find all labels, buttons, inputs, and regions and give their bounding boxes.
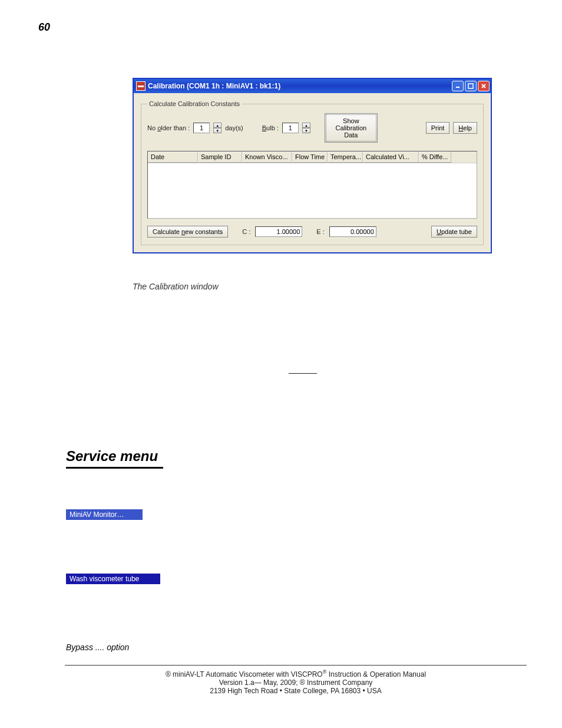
no-older-input[interactable] xyxy=(193,123,210,133)
column-header[interactable]: % Diffe... xyxy=(419,151,451,163)
no-older-spinner[interactable]: ▲ ▼ xyxy=(213,123,222,133)
no-older-label: No older than : xyxy=(147,124,190,131)
e-label: E : xyxy=(316,228,324,235)
help-button[interactable]: Help xyxy=(453,122,477,134)
spin-down-icon[interactable]: ▼ xyxy=(213,128,222,133)
close-button[interactable] xyxy=(478,81,490,91)
column-header[interactable]: Known Visco... xyxy=(242,151,292,163)
e-value-input[interactable] xyxy=(329,226,376,237)
column-header[interactable]: Date xyxy=(148,151,198,163)
maximize-button[interactable] xyxy=(465,81,477,91)
c-label: C : xyxy=(242,228,250,235)
print-button[interactable]: Print xyxy=(426,122,450,134)
bulb-spinner[interactable]: ▲ ▼ xyxy=(302,123,310,133)
column-header[interactable]: Sample ID xyxy=(198,151,242,163)
svg-rect-1 xyxy=(468,84,473,88)
page-footer: ® miniAV-LT Automatic Viscometer with VI… xyxy=(65,665,527,695)
bulb-input[interactable] xyxy=(282,123,299,133)
footer-line-2: Version 1.a— May, 2009; ® Instrument Com… xyxy=(65,678,527,687)
app-icon xyxy=(136,81,146,91)
show-calibration-data-button[interactable]: Show Calibration Data xyxy=(325,113,378,143)
menu-item-wash-viscometer[interactable]: Wash viscometer tube xyxy=(66,574,160,584)
bypass-option-label: Bypass .... option xyxy=(66,643,129,652)
column-header[interactable]: Tempera... xyxy=(328,151,363,163)
calc-constants-group: Calculate Calibration Constants No older… xyxy=(141,100,484,245)
bulb-label: Bulb : xyxy=(262,124,279,131)
window-title: Calibration (COM1 1h : MiniAV1 : bk1:1) xyxy=(148,82,280,90)
spin-down-icon[interactable]: ▼ xyxy=(302,128,310,133)
footer-line-1: ® miniAV-LT Automatic Viscometer with VI… xyxy=(65,669,527,678)
calibration-dialog: Calibration (COM1 1h : MiniAV1 : bk1:1) … xyxy=(133,78,492,253)
page-number: 60 xyxy=(38,21,50,34)
column-header[interactable]: Flow Time xyxy=(292,151,328,163)
column-header[interactable]: Calculated Vi... xyxy=(363,151,419,163)
update-tube-button[interactable]: Update tube xyxy=(431,226,477,238)
title-bar: Calibration (COM1 1h : MiniAV1 : bk1:1) xyxy=(134,79,491,93)
section-title-text: Service menu xyxy=(66,448,163,465)
calculate-new-constants-button[interactable]: Calculate new constants xyxy=(147,226,228,238)
figure-caption: The Calibration window xyxy=(133,282,219,291)
spin-up-icon[interactable]: ▲ xyxy=(213,123,222,128)
c-value-input[interactable] xyxy=(255,226,302,237)
divider-short xyxy=(289,373,317,374)
data-table[interactable]: DateSample IDKnown Visco...Flow TimeTemp… xyxy=(147,151,477,219)
section-heading: Service menu xyxy=(66,448,163,469)
days-label: day(s) xyxy=(225,124,243,131)
footer-line-3: 2139 High Tech Road • State College, PA … xyxy=(65,687,527,695)
spin-up-icon[interactable]: ▲ xyxy=(302,123,310,128)
table-header-row: DateSample IDKnown Visco...Flow TimeTemp… xyxy=(148,151,477,163)
group-legend: Calculate Calibration Constants xyxy=(147,100,242,107)
menu-item-miniav-monitor[interactable]: MiniAV Monitor… xyxy=(66,509,143,520)
minimize-button[interactable] xyxy=(452,81,464,91)
